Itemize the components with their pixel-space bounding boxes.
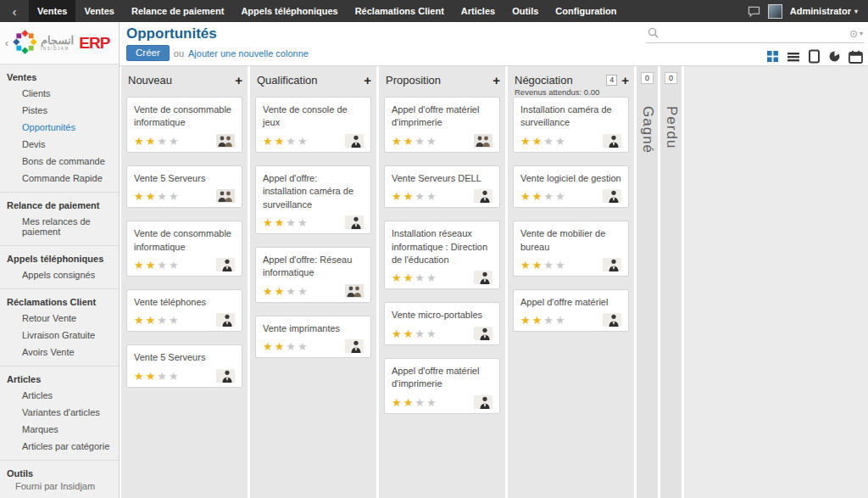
star-icon[interactable]: ★ xyxy=(543,315,554,327)
topbar-menu-appels-t-l-phoniques-3[interactable]: Appels téléphoniques xyxy=(232,0,346,22)
star-icon[interactable]: ★ xyxy=(555,260,565,271)
star-icon[interactable]: ★ xyxy=(146,371,156,383)
user-avatar[interactable] xyxy=(768,4,782,19)
star-icon[interactable]: ★ xyxy=(286,217,296,229)
star-icon[interactable]: ★ xyxy=(532,191,542,203)
kanban-card[interactable]: Vente Serveurs DELL★★★★ xyxy=(384,165,500,208)
topbar-menu-ventes-1[interactable]: Ventes xyxy=(75,0,122,22)
star-icon[interactable]: ★ xyxy=(134,371,144,383)
kanban-card[interactable]: Appel d'offre matériel d'imprimerie★★★★ xyxy=(384,358,500,414)
star-icon[interactable]: ★ xyxy=(415,272,425,284)
star-icon[interactable]: ★ xyxy=(157,136,167,148)
kanban-card[interactable]: Vente 5 Serveurs★★★★ xyxy=(126,165,242,208)
star-icon[interactable]: ★ xyxy=(392,328,402,340)
folded-column-gagn[interactable]: 0Gagné xyxy=(637,66,658,498)
folded-column-perdu[interactable]: 0Perdu xyxy=(660,66,682,498)
star-icon[interactable]: ★ xyxy=(415,191,425,203)
user-menu[interactable]: Administrator ▾ xyxy=(790,6,858,16)
kanban-card[interactable]: Appel d'offre matériel d'imprimerie★★★★ xyxy=(384,97,500,153)
search-input[interactable] xyxy=(662,29,846,39)
star-icon[interactable]: ★ xyxy=(403,136,414,148)
star-icon[interactable]: ★ xyxy=(403,397,414,409)
topbar-menu-r-clamations-client-4[interactable]: Réclamations Client xyxy=(347,0,453,22)
sidebar-item-avoirs-vente[interactable]: Avoirs Vente xyxy=(0,344,119,361)
add-column-link[interactable]: Ajouter une nouvelle colonne xyxy=(188,48,309,59)
topbar-menu-relance-de-paiement-2[interactable]: Relance de paiement xyxy=(123,0,232,22)
star-icon[interactable]: ★ xyxy=(403,328,414,340)
star-icon[interactable]: ★ xyxy=(426,191,437,203)
star-icon[interactable]: ★ xyxy=(555,191,565,203)
star-icon[interactable]: ★ xyxy=(134,260,144,271)
star-icon[interactable]: ★ xyxy=(392,397,402,409)
star-icon[interactable]: ★ xyxy=(263,341,273,353)
star-icon[interactable]: ★ xyxy=(415,328,425,340)
star-icon[interactable]: ★ xyxy=(426,328,437,340)
star-icon[interactable]: ★ xyxy=(520,260,531,271)
star-icon[interactable]: ★ xyxy=(426,272,437,284)
sidebar-item-articles[interactable]: Articles xyxy=(0,387,119,404)
star-icon[interactable]: ★ xyxy=(286,136,296,148)
sidebar-item-opportunit-s[interactable]: Opportunités xyxy=(0,119,119,136)
star-icon[interactable]: ★ xyxy=(169,191,179,203)
star-icon[interactable]: ★ xyxy=(146,260,156,271)
kanban-card[interactable]: Appel d'offre: Réseau informatique★★★★ xyxy=(255,247,371,303)
star-icon[interactable]: ★ xyxy=(263,136,273,148)
sidebar-item-articles-par-cat-gorie[interactable]: Articles par catégorie xyxy=(0,438,119,455)
topbar-menu-articles-5[interactable]: Articles xyxy=(453,0,504,22)
star-icon[interactable]: ★ xyxy=(392,272,402,284)
back-icon[interactable]: ‹ xyxy=(0,0,29,22)
star-icon[interactable]: ★ xyxy=(426,397,437,409)
star-icon[interactable]: ★ xyxy=(543,191,554,203)
star-icon[interactable]: ★ xyxy=(134,136,144,148)
star-icon[interactable]: ★ xyxy=(520,191,531,203)
star-icon[interactable]: ★ xyxy=(146,315,156,327)
kanban-card[interactable]: Vente de mobilier de bureau★★★★ xyxy=(513,221,629,277)
star-icon[interactable]: ★ xyxy=(134,315,144,327)
add-record-icon[interactable]: + xyxy=(621,75,629,86)
star-icon[interactable]: ★ xyxy=(157,315,167,327)
star-icon[interactable]: ★ xyxy=(146,136,156,148)
star-icon[interactable]: ★ xyxy=(555,136,565,148)
kanban-card[interactable]: Vente logiciel de gestion★★★★ xyxy=(513,165,629,208)
kanban-card[interactable]: Vente de consommable informatique★★★★ xyxy=(126,97,242,153)
messages-icon[interactable] xyxy=(748,6,760,17)
sidebar-item-retour-vente[interactable]: Retour Vente xyxy=(0,310,119,327)
star-icon[interactable]: ★ xyxy=(415,397,425,409)
star-icon[interactable]: ★ xyxy=(415,136,425,148)
star-icon[interactable]: ★ xyxy=(263,217,273,229)
star-icon[interactable]: ★ xyxy=(298,341,308,353)
kanban-card[interactable]: Vente de consommable informatique★★★★ xyxy=(126,221,242,277)
star-icon[interactable]: ★ xyxy=(298,286,308,298)
star-icon[interactable]: ★ xyxy=(275,286,285,298)
topbar-menu-ventes-0[interactable]: Ventes xyxy=(29,0,75,22)
kanban-card[interactable]: Vente 5 Serveurs★★★★ xyxy=(126,344,242,387)
sidebar-item-pistes[interactable]: Pistes xyxy=(0,102,119,119)
kanban-view-icon[interactable] xyxy=(766,50,779,63)
topbar-menu-outils-6[interactable]: Outils xyxy=(504,0,547,22)
kanban-card[interactable]: Installation réseaux informatique : Dire… xyxy=(384,221,500,289)
star-icon[interactable]: ★ xyxy=(532,136,542,148)
sidebar-item-livraison-gratuite[interactable]: Livraison Gratuite xyxy=(0,327,119,344)
kanban-card[interactable]: Installation caméra de surveillance★★★★ xyxy=(513,97,629,153)
star-icon[interactable]: ★ xyxy=(298,136,308,148)
star-icon[interactable]: ★ xyxy=(169,260,179,271)
star-icon[interactable]: ★ xyxy=(275,136,285,148)
star-icon[interactable]: ★ xyxy=(275,341,285,353)
create-button[interactable]: Créer xyxy=(126,45,170,61)
sidebar-item-variantes-d-articles[interactable]: Variantes d'articles xyxy=(0,404,119,421)
star-icon[interactable]: ★ xyxy=(532,260,542,271)
sidebar-item-bons-de-commande[interactable]: Bons de commande xyxy=(0,153,119,170)
star-icon[interactable]: ★ xyxy=(520,136,531,148)
star-icon[interactable]: ★ xyxy=(532,315,542,327)
star-icon[interactable]: ★ xyxy=(520,315,531,327)
graph-view-icon[interactable] xyxy=(828,50,841,63)
add-record-icon[interactable]: + xyxy=(492,75,500,86)
star-icon[interactable]: ★ xyxy=(157,371,167,383)
star-icon[interactable]: ★ xyxy=(403,191,414,203)
star-icon[interactable]: ★ xyxy=(286,341,296,353)
list-view-icon[interactable] xyxy=(787,51,800,63)
add-record-icon[interactable]: + xyxy=(364,75,371,86)
kanban-card[interactable]: Vente de console de jeux★★★★ xyxy=(255,97,371,153)
kanban-card[interactable]: Vente imprimantes★★★★ xyxy=(255,316,371,358)
star-icon[interactable]: ★ xyxy=(543,260,554,271)
